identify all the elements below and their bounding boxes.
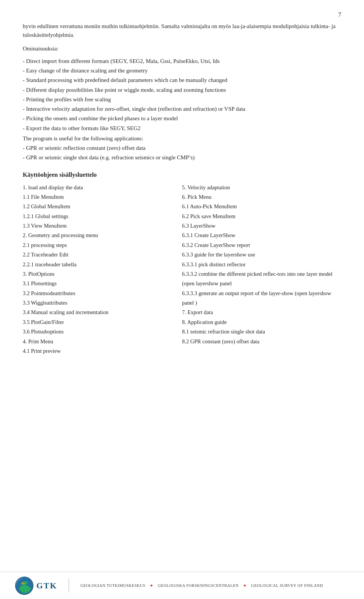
toc-left-item: 1. load and display the data xyxy=(23,183,182,192)
toc-right-item: 8.1 seismic refraction single shot data xyxy=(182,327,341,336)
toc-right-item: 6.3.3.1 pick distinct reflector xyxy=(182,260,341,269)
toc-right-item: 6.3.3.3 generate an output report of the… xyxy=(182,289,341,308)
feature-item: - Direct import from different formats (… xyxy=(23,57,341,66)
toc-right-item: 6.3 LayerShow xyxy=(182,221,341,231)
footer-org1: GEOLOGIAN TUTKIMUSKESKUS xyxy=(80,583,145,588)
toc-right-item: 6.1 Auto-Pick MenuItem xyxy=(182,202,341,211)
page-number: 7 xyxy=(338,11,341,18)
toc-right-item: 5. Velocity adaptation xyxy=(182,183,341,192)
toc-left-item: 3.5 PlotGain/Filter xyxy=(23,318,182,327)
features-list: - Direct import from different formats (… xyxy=(23,57,341,162)
toc-heading: Käyttöohjeen sisällysluettelo xyxy=(23,171,341,178)
feature-item: - Standard processing with predefined de… xyxy=(23,76,341,85)
feature-item: - Export the data to other formats like … xyxy=(23,124,341,133)
toc-left-item: 1.3 View MenuItem xyxy=(23,221,182,231)
feature-item: - Different display possibilities like p… xyxy=(23,86,341,94)
toc-left-item: 2. Geometry and processing menu xyxy=(23,231,182,240)
footer-org-names: GEOLOGIAN TUTKIMUSKESKUS GEOLOGISKA FORS… xyxy=(80,583,323,588)
intro-para1: hyvin edullinen verrattuna moniin muihin… xyxy=(23,22,341,40)
svg-point-2 xyxy=(21,582,25,585)
footer-logo-text: GTK xyxy=(36,581,57,591)
toc-left-col: 1. load and display the data1.1 File Men… xyxy=(23,183,182,356)
toc-right-item: 6.3.1 Create LayerShow xyxy=(182,231,341,240)
feature-item: - Interactive velocity adaptation for ze… xyxy=(23,105,341,113)
toc-container: 1. load and display the data1.1 File Men… xyxy=(23,183,341,356)
toc-left-item: 3.6 Plotsuboptions xyxy=(23,327,182,336)
features-heading: Ominaisuuksia: xyxy=(23,44,341,53)
footer-logo: GTK xyxy=(15,577,57,595)
feature-item: The program is useful for the following … xyxy=(23,134,341,143)
footer: GTK GEOLOGIAN TUTKIMUSKESKUS GEOLOGISKA … xyxy=(0,572,364,599)
footer-dot2 xyxy=(244,585,246,586)
main-content: hyvin edullinen verrattuna moniin muihin… xyxy=(23,22,341,356)
toc-left-item: 2.2 Traceheader Edit xyxy=(23,250,182,259)
footer-org3: GEOLOGICAL SURVEY OF FINLAND xyxy=(251,583,323,588)
toc-left-item: 3. PlotOptions xyxy=(23,269,182,279)
toc-right-item: 8. Application guide xyxy=(182,318,341,327)
footer-divider xyxy=(69,579,69,593)
feature-item: - Picking the onsets and combine the pic… xyxy=(23,114,341,123)
toc-right-item: 6.3.3 guide for the layershow use xyxy=(182,250,341,259)
toc-left-item: 1.2 Global MenuItem xyxy=(23,202,182,211)
feature-item: - GPR or seismic single shot data (e.g. … xyxy=(23,153,341,162)
toc-left-item: 2.2.1 traceheader tabella xyxy=(23,260,182,269)
toc-right-item: 6.2 Pick save MenuItem xyxy=(182,212,341,221)
toc-right-col: 5. Velocity adaptation6. Pick Menu6.1 Au… xyxy=(182,183,341,356)
toc-left-item: 1.1 File MenuItem xyxy=(23,192,182,202)
toc-right-item: 7. Export data xyxy=(182,308,341,317)
toc-left-item: 4. Print Menu xyxy=(23,337,182,346)
toc-left-item: 3.4 Manual scaling and incrementation xyxy=(23,308,182,317)
toc-left-item: 1.2.1 Global settings xyxy=(23,212,182,221)
footer-org2: GEOLOGISKA FORSKNINGSCENTRALEN xyxy=(158,583,238,588)
toc-right-item: 8.2 GPR constant (zero) offset data xyxy=(182,337,341,346)
intro-block: hyvin edullinen verrattuna moniin muihin… xyxy=(23,22,341,162)
gtk-logo-circle xyxy=(15,577,33,595)
toc-right-item: 6. Pick Menu xyxy=(182,192,341,202)
page: 7 hyvin edullinen verrattuna moniin muih… xyxy=(0,0,364,599)
toc-left-item: 3.2 Pointmodeattributes xyxy=(23,289,182,298)
toc-left-item: 2.1 processing steps xyxy=(23,241,182,250)
feature-item: - Easy change of the distance scaling an… xyxy=(23,66,341,75)
toc-left-item: 4.1 Print preview xyxy=(23,346,182,356)
toc-section: Käyttöohjeen sisällysluettelo 1. load an… xyxy=(23,171,341,356)
toc-left-item: 3.3 Wiggleattributes xyxy=(23,298,182,308)
toc-right-item: 6.3.2 Create LayerShow report xyxy=(182,241,341,250)
footer-dot1 xyxy=(151,585,152,586)
toc-left-item: 3.1 Plotsettings xyxy=(23,279,182,288)
feature-item: - GPR or seismic reflection constant (ze… xyxy=(23,144,341,153)
feature-item: - Printing the profiles with free scalin… xyxy=(23,95,341,104)
toc-right-item: 6.3.3.2 combine the different picked ref… xyxy=(182,269,341,289)
